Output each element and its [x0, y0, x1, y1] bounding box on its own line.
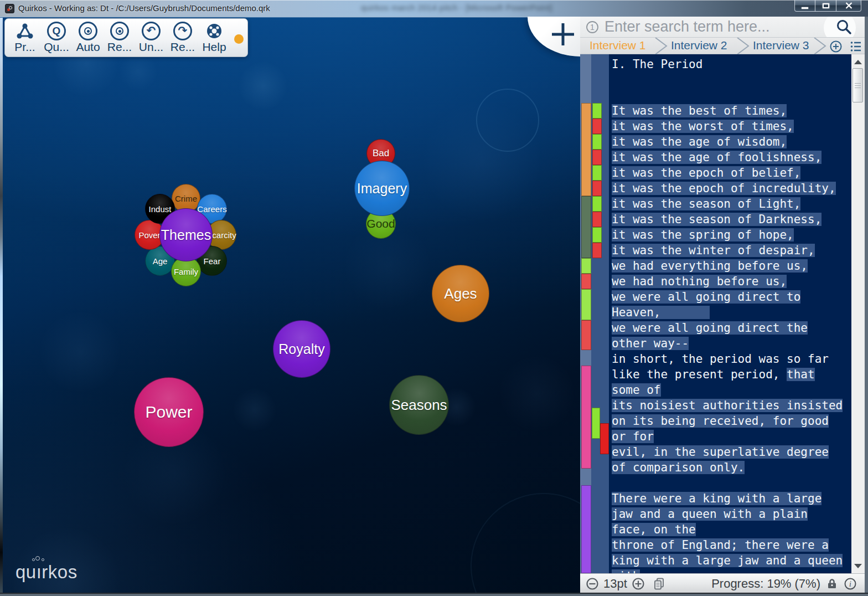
- coding-stripe[interactable]: [592, 119, 602, 134]
- coding-stripe[interactable]: [592, 212, 602, 227]
- add-source-button[interactable]: [829, 40, 843, 55]
- toolbar-button-auto[interactable]: Auto: [76, 22, 100, 54]
- coding-stripe[interactable]: [592, 103, 602, 119]
- coding-stripe-gutter[interactable]: [580, 54, 609, 573]
- quirk-bubble-label: Bad: [373, 148, 389, 159]
- scroll-up-icon[interactable]: [854, 60, 862, 64]
- quirk-bubble-themes[interactable]: Themes: [159, 208, 213, 261]
- tab-separator-icon: [736, 38, 750, 56]
- search-input[interactable]: Enter search term here...: [604, 18, 770, 35]
- document-line: It was the best of times,: [612, 103, 851, 119]
- canvas-top-highlight: [0, 17, 580, 18]
- document-line: we were all going direct to: [612, 289, 851, 305]
- quirk-bubble-royalty[interactable]: Royalty: [273, 320, 330, 378]
- coding-stripe[interactable]: [592, 165, 602, 181]
- quirk-bubble-label: Fear: [204, 256, 221, 266]
- bokeh-decoration: [471, 493, 580, 593]
- bokeh-decoration: [11, 526, 122, 593]
- coding-stripe[interactable]: [581, 289, 591, 320]
- toolbar-button-help[interactable]: Help: [202, 22, 226, 54]
- logo-circle: [42, 558, 44, 561]
- coding-stripe[interactable]: [592, 196, 602, 212]
- copy-icon[interactable]: [653, 577, 666, 590]
- document-line: king with a large jaw and a queen: [612, 553, 851, 568]
- help-ring-icon: [205, 22, 224, 40]
- maximize-button[interactable]: [815, 0, 836, 12]
- coding-stripe[interactable]: [600, 423, 609, 454]
- coding-stripe[interactable]: [581, 196, 591, 258]
- document-line: we had everything before us,: [612, 258, 851, 274]
- quirk-bubble-ages[interactable]: Ages: [432, 265, 489, 322]
- document-line: throne of England; there were a: [612, 537, 851, 553]
- add-quirk-button[interactable]: [528, 17, 580, 56]
- quirk-bubble-power[interactable]: Power: [134, 377, 204, 447]
- coding-stripe[interactable]: [581, 366, 591, 469]
- toolbar-button-re[interactable]: Re...: [107, 22, 132, 54]
- status-bar: 13pt Progress: 19% (7%) i: [580, 573, 865, 593]
- source-list-icon[interactable]: [849, 40, 862, 55]
- document-line: Heaven,: [612, 305, 851, 320]
- coding-stripe[interactable]: [581, 258, 591, 274]
- tab-interview-1[interactable]: Interview 1: [590, 39, 646, 52]
- toolbar: Pr...QQu...AutoRe...↶Un...↷Re...Help: [4, 18, 248, 57]
- toolbar-button-un[interactable]: ↶Un...: [139, 22, 163, 54]
- search-bar[interactable]: 1 Enter search term here...: [580, 17, 865, 38]
- coding-stripe[interactable]: [581, 485, 591, 573]
- coding-stripe[interactable]: [592, 134, 602, 150]
- coding-stripe[interactable]: [581, 320, 591, 350]
- document-line: with: [612, 568, 851, 573]
- quirk-bubble-label: Crime: [175, 194, 197, 203]
- document-line: like the present period, that: [612, 367, 851, 382]
- document-line: it was the winter of despair,: [612, 243, 851, 258]
- coding-stripe[interactable]: [592, 150, 602, 165]
- search-icon[interactable]: [836, 19, 852, 35]
- scrollbar-thumb[interactable]: [852, 68, 863, 102]
- scrollbar[interactable]: [851, 54, 865, 573]
- tab-interview-3[interactable]: Interview 3: [753, 39, 809, 52]
- document-line: [612, 72, 851, 88]
- toolbar-button-re[interactable]: ↷Re...: [170, 22, 195, 54]
- tab-separator-icon: [654, 38, 668, 56]
- toolbar-button-pr[interactable]: Pr...: [13, 22, 37, 54]
- circled-one-icon: 1: [586, 20, 599, 34]
- coding-stripe[interactable]: [592, 181, 602, 196]
- quirk-icon: Q: [47, 22, 66, 40]
- minimize-button[interactable]: [794, 0, 815, 12]
- bokeh-decoration: [119, 53, 158, 91]
- quirk-bubble-label: Power: [145, 403, 192, 422]
- toolbar-button-label: Pr...: [14, 40, 35, 54]
- document-text[interactable]: I. The PeriodIt was the best of times,it…: [609, 54, 851, 573]
- font-decrease-button[interactable]: [586, 577, 599, 590]
- info-icon[interactable]: i: [844, 577, 857, 590]
- quirk-canvas[interactable]: CrimeCareersScarcityFearAgeFamilyPoverIn…: [0, 17, 580, 593]
- background-window-title: quirkos march 2014 pitch - [Microsoft Po…: [361, 3, 552, 12]
- window-bottom-border: [0, 593, 868, 596]
- coding-stripe[interactable]: [581, 274, 591, 289]
- bokeh-decoration: [498, 354, 576, 432]
- tab-interview-2[interactable]: Interview 2: [671, 39, 727, 52]
- lock-icon[interactable]: [826, 578, 838, 590]
- font-increase-button[interactable]: [632, 577, 645, 590]
- toolbar-button-qu[interactable]: QQu...: [44, 22, 69, 54]
- toolbar-button-label: Re...: [170, 40, 195, 54]
- close-icon: [845, 2, 852, 9]
- redo-icon: ↷: [173, 22, 192, 40]
- bokeh-decoration: [476, 89, 539, 152]
- scroll-down-icon[interactable]: [854, 564, 862, 568]
- toolbar-button-label: Un...: [139, 40, 163, 54]
- quirk-bubble-imagery[interactable]: Imagery: [354, 161, 410, 216]
- tab-separator-icon: [813, 38, 827, 56]
- document-line: we had nothing before us,: [612, 274, 851, 289]
- quirk-bubble-label: Age: [153, 256, 168, 266]
- coding-stripe[interactable]: [581, 103, 591, 196]
- quirk-bubble-seasons[interactable]: Seasons: [389, 375, 449, 435]
- coding-stripe[interactable]: [592, 243, 602, 258]
- document-line: it was the spring of hope,: [612, 227, 851, 243]
- coding-stripe[interactable]: [592, 408, 600, 439]
- document-line: on its being received, for good: [612, 413, 851, 429]
- coding-stripe[interactable]: [592, 227, 602, 243]
- document-line: its noisiest authorities insisted: [612, 398, 851, 413]
- close-button[interactable]: [836, 0, 861, 12]
- document-line: it was the worst of times,: [612, 119, 851, 134]
- quirk-bubble-label: Seasons: [391, 397, 447, 414]
